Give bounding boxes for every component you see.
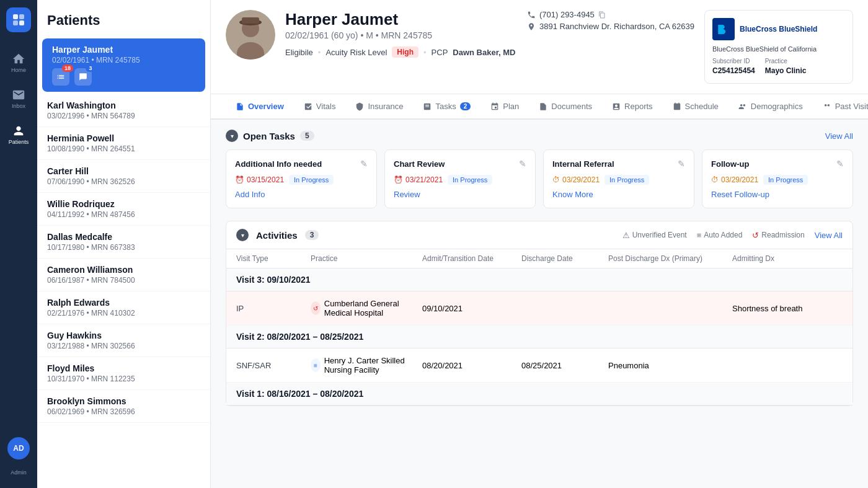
insurance-company: BlueCross BlueShield of California	[712, 45, 845, 53]
task-date: ⏰ 03/15/2021	[235, 175, 284, 184]
pcp-label: PCP	[432, 48, 448, 57]
tabs-bar: Overview Vitals Insurance Tasks 2 Plan D…	[211, 94, 868, 120]
tab-vitals[interactable]: Vitals	[294, 94, 346, 120]
task-card: Follow-up ✎ ⏱ 03/29/2021 In Progress Res…	[702, 149, 853, 208]
tasks-count: 5	[300, 131, 314, 141]
activities-title: Activities	[256, 230, 298, 241]
patient-item[interactable]: Harper Jaumet 02/02/1961 • MRN 245785 18…	[42, 38, 205, 92]
task-card-header: Follow-up ✎	[711, 159, 844, 169]
task-badge[interactable]: 18	[52, 68, 69, 86]
task-card-header: Additional Info needed ✎	[235, 159, 368, 169]
app-logo[interactable]	[6, 7, 31, 32]
task-count: 18	[62, 64, 73, 72]
activity-legend: ⚠ Unverified Event ≡ Auto Added ↺ Readmi…	[622, 231, 843, 240]
patient-name: Harper Jaumet	[52, 45, 195, 55]
avatar	[226, 10, 275, 60]
patient-name: Herminia Powell	[47, 133, 200, 143]
patient-item[interactable]: Floyd Miles 10/31/1970 • MRN 112235	[37, 357, 210, 390]
patient-item[interactable]: Karl Washington 03/02/1996 • MRN 564789	[37, 94, 210, 127]
open-tasks-title: Open Tasks	[243, 131, 295, 141]
message-badge[interactable]: 3	[74, 68, 92, 86]
activities-count: 3	[305, 230, 319, 240]
tasks-view-all[interactable]: View All	[825, 131, 853, 141]
patient-item[interactable]: Ralph Edwards 02/21/1976 • MRN 410302	[37, 291, 210, 324]
table-row: SNF/SAR ≡ Henry J. Carter Skilled Nursin…	[226, 348, 852, 383]
acuity-label: Acuity Risk Level	[326, 48, 387, 57]
patient-badges: 18 3	[52, 68, 195, 86]
patient-item[interactable]: Brooklyn Simmons 06/02/1969 • MRN 326596	[37, 390, 210, 423]
discharge-date: 08/25/2021	[521, 361, 608, 370]
task-action[interactable]: Reset Follow-up	[711, 190, 844, 199]
patient-name: Cameron Williamson	[47, 265, 200, 275]
patient-name: Karl Washington	[47, 100, 200, 110]
task-title: Follow-up	[711, 159, 749, 169]
phone-row: (701) 293-4945	[527, 10, 694, 19]
patient-name: Carter Hill	[47, 166, 200, 176]
svg-rect-9	[715, 20, 732, 38]
sidebar-item-patients[interactable]: Patients	[3, 119, 34, 150]
tab-demographics[interactable]: Demographics	[728, 94, 813, 120]
patient-meta: 02/21/1976 • MRN 410302	[47, 309, 200, 317]
task-title: Internal Referral	[552, 159, 614, 169]
tab-overview[interactable]: Overview	[226, 94, 294, 120]
patient-item[interactable]: Guy Hawkins 03/12/1988 • MRN 302566	[37, 324, 210, 357]
tasks-toggle[interactable]: ▾	[226, 130, 238, 142]
admit-date: 09/10/2021	[422, 304, 521, 313]
table-row: IP ↺ Cumberland General Medical Hospital…	[226, 291, 852, 326]
task-action[interactable]: Know More	[552, 190, 685, 199]
patient-meta: 06/02/1969 • MRN 326596	[47, 407, 200, 416]
activities-section: ▾ Activities 3 ⚠ Unverified Event ≡ Auto…	[226, 221, 853, 406]
task-edit-button[interactable]: ✎	[360, 159, 368, 169]
tab-insurance[interactable]: Insurance	[345, 94, 413, 120]
task-card: Additional Info needed ✎ ⏰ 03/15/2021 In…	[226, 149, 377, 208]
patient-item[interactable]: Herminia Powell 10/08/1990 • MRN 264551	[37, 127, 210, 160]
activities-view-all[interactable]: View All	[815, 231, 843, 240]
task-edit-button[interactable]: ✎	[836, 159, 844, 169]
patient-meta: 06/16/1987 • MRN 784500	[47, 276, 200, 285]
tab-past-visits[interactable]: Past Visits	[813, 94, 868, 120]
sidebar-item-inbox[interactable]: Inbox	[3, 83, 34, 114]
tab-schedule[interactable]: Schedule	[663, 94, 728, 120]
svg-rect-3	[19, 20, 24, 25]
task-card-header: Chart Review ✎	[394, 159, 526, 169]
patient-meta: 03/02/1996 • MRN 564789	[47, 112, 200, 120]
eligibility-row: Eligibile • Acuity Risk Level High • PCP…	[285, 47, 517, 58]
patient-header-sub: 02/02/1961 (60 yo) • M • MRN 245785	[285, 30, 517, 40]
post-dx: Pneumonia	[608, 361, 732, 370]
visit-group-header: Visit 1: 08/16/2021 – 08/20/2021	[226, 383, 852, 406]
phone-number: (701) 293-4945	[539, 10, 595, 19]
tab-reports[interactable]: Reports	[602, 94, 663, 120]
task-date: ⏰ 03/21/2021	[394, 175, 443, 184]
task-edit-button[interactable]: ✎	[678, 159, 685, 169]
address-row: 3891 Ranchview Dr. Richardson, CA 62639	[527, 22, 694, 31]
insurance-details: Subscriber ID C254125454 Practice Mayo C…	[712, 58, 845, 76]
patient-meta: 02/02/1961 • MRN 245785	[52, 56, 195, 64]
patient-item[interactable]: Carter Hill 07/06/1990 • MRN 362526	[37, 160, 210, 193]
patient-item[interactable]: Cameron Williamson 06/16/1987 • MRN 7845…	[37, 259, 210, 291]
visit-type: SNF/SAR	[236, 361, 311, 370]
task-edit-button[interactable]: ✎	[519, 159, 526, 169]
admin-avatar[interactable]: AD	[7, 437, 30, 459]
task-action[interactable]: Review	[394, 190, 526, 199]
task-date: ⏱ 03/29/2021	[711, 175, 758, 184]
patient-name: Willie Rodriquez	[47, 199, 200, 209]
patient-name: Ralph Edwards	[47, 298, 200, 308]
sidebar-item-home[interactable]: Home	[3, 47, 34, 78]
patient-header-name: Harper Jaumet	[285, 10, 517, 29]
task-date: ⏱ 03/29/2021	[552, 175, 600, 184]
patient-item[interactable]: Willie Rodriquez 04/11/1992 • MRN 487456	[37, 193, 210, 226]
tab-tasks[interactable]: Tasks 2	[413, 94, 480, 120]
legend-readmission: ↺ Readmission	[752, 231, 804, 240]
patient-meta: 07/06/1990 • MRN 362526	[47, 177, 200, 186]
patient-item[interactable]: Dallas Medcalfe 10/17/1980 • MRN 667383	[37, 226, 210, 259]
task-action[interactable]: Add Info	[235, 190, 368, 199]
address: 3891 Ranchview Dr. Richardson, CA 62639	[539, 22, 694, 31]
activities-toggle[interactable]: ▾	[236, 229, 249, 241]
tab-plan[interactable]: Plan	[480, 94, 529, 120]
tab-documents[interactable]: Documents	[529, 94, 602, 120]
task-status: In Progress	[604, 175, 649, 185]
visit-type: IP	[236, 304, 311, 313]
patient-meta: 04/11/1992 • MRN 487456	[47, 210, 200, 219]
practice-detail: Practice Mayo Clinic	[765, 58, 807, 76]
bc-logo	[712, 18, 735, 40]
